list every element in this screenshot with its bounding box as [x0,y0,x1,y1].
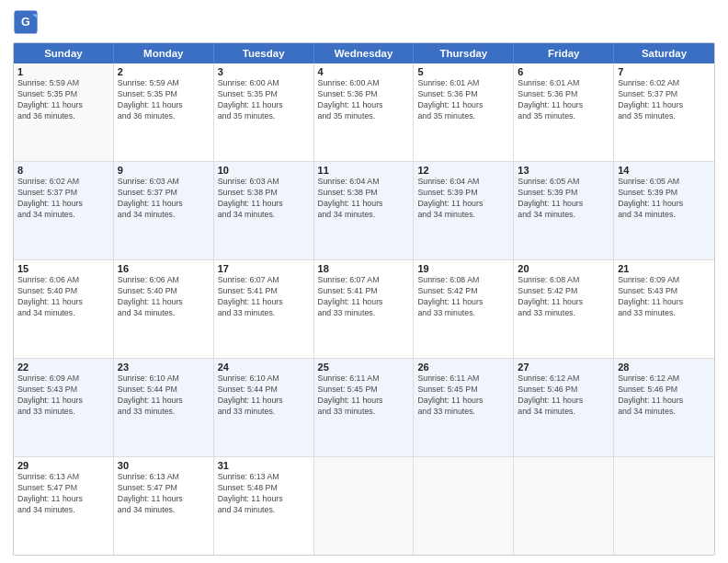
cal-cell: 18Sunrise: 6:07 AM Sunset: 5:41 PM Dayli… [314,260,415,358]
day-info: Sunrise: 6:02 AM Sunset: 5:37 PM Dayligh… [618,78,711,122]
header-day-sunday: Sunday [14,43,114,63]
day-number: 1 [17,66,109,77]
day-info: Sunrise: 6:13 AM Sunset: 5:48 PM Dayligh… [218,472,310,516]
day-number: 11 [318,165,410,176]
day-info: Sunrise: 6:05 AM Sunset: 5:39 PM Dayligh… [618,177,711,221]
day-info: Sunrise: 6:08 AM Sunset: 5:42 PM Dayligh… [417,275,509,319]
day-info: Sunrise: 6:00 AM Sunset: 5:35 PM Dayligh… [218,78,310,122]
cal-cell: 14Sunrise: 6:05 AM Sunset: 5:39 PM Dayli… [614,162,714,259]
cal-cell: 23Sunrise: 6:10 AM Sunset: 5:44 PM Dayli… [114,359,214,456]
cal-row-3: 15Sunrise: 6:06 AM Sunset: 5:40 PM Dayli… [14,260,714,359]
day-info: Sunrise: 6:11 AM Sunset: 5:45 PM Dayligh… [318,373,410,418]
calendar-body: 1Sunrise: 5:59 AM Sunset: 5:35 PM Daylig… [14,63,714,555]
day-number: 23 [118,362,210,373]
day-number: 12 [417,165,509,176]
cal-cell: 5Sunrise: 6:01 AM Sunset: 5:36 PM Daylig… [414,63,514,161]
header-day-saturday: Saturday [614,43,714,63]
cal-cell: 26Sunrise: 6:11 AM Sunset: 5:45 PM Dayli… [414,359,514,456]
day-number: 21 [618,263,711,274]
day-number: 30 [118,460,210,471]
day-info: Sunrise: 6:04 AM Sunset: 5:38 PM Dayligh… [318,177,410,221]
cal-cell: 7Sunrise: 6:02 AM Sunset: 5:37 PM Daylig… [614,63,714,161]
cal-row-4: 22Sunrise: 6:09 AM Sunset: 5:43 PM Dayli… [14,359,714,457]
day-number: 17 [218,263,310,274]
cal-cell: 29Sunrise: 6:13 AM Sunset: 5:47 PM Dayli… [14,457,114,555]
header-day-friday: Friday [514,43,614,63]
cal-cell: 2Sunrise: 5:59 AM Sunset: 5:35 PM Daylig… [114,63,214,161]
cal-cell: 4Sunrise: 6:00 AM Sunset: 5:36 PM Daylig… [314,63,415,161]
cal-row-2: 8Sunrise: 6:02 AM Sunset: 5:37 PM Daylig… [14,162,714,260]
cal-cell: 27Sunrise: 6:12 AM Sunset: 5:46 PM Dayli… [514,359,614,456]
cal-cell: 3Sunrise: 6:00 AM Sunset: 5:35 PM Daylig… [214,63,314,161]
cal-cell: 25Sunrise: 6:11 AM Sunset: 5:45 PM Dayli… [314,359,415,456]
day-number: 10 [218,165,310,176]
day-number: 4 [318,66,410,77]
day-info: Sunrise: 6:12 AM Sunset: 5:46 PM Dayligh… [618,373,711,418]
cal-cell: 31Sunrise: 6:13 AM Sunset: 5:48 PM Dayli… [214,457,314,555]
cal-row-5: 29Sunrise: 6:13 AM Sunset: 5:47 PM Dayli… [14,457,714,555]
calendar: SundayMondayTuesdayWednesdayThursdayFrid… [13,42,715,556]
day-info: Sunrise: 6:03 AM Sunset: 5:37 PM Dayligh… [118,177,210,221]
cal-cell [614,457,714,555]
cal-cell: 20Sunrise: 6:08 AM Sunset: 5:42 PM Dayli… [514,260,614,358]
day-info: Sunrise: 5:59 AM Sunset: 5:35 PM Dayligh… [17,78,109,122]
cal-row-1: 1Sunrise: 5:59 AM Sunset: 5:35 PM Daylig… [14,63,714,162]
day-info: Sunrise: 6:02 AM Sunset: 5:37 PM Dayligh… [17,177,109,221]
calendar-header: SundayMondayTuesdayWednesdayThursdayFrid… [14,43,714,63]
cal-cell: 8Sunrise: 6:02 AM Sunset: 5:37 PM Daylig… [14,162,114,259]
day-number: 9 [118,165,210,176]
logo: G [13,9,40,35]
cal-cell [414,457,514,555]
cal-cell: 24Sunrise: 6:10 AM Sunset: 5:44 PM Dayli… [214,359,314,456]
svg-text:G: G [21,16,30,29]
day-number: 13 [518,165,609,176]
cal-cell [314,457,415,555]
day-info: Sunrise: 6:07 AM Sunset: 5:41 PM Dayligh… [218,275,310,319]
cal-cell: 28Sunrise: 6:12 AM Sunset: 5:46 PM Dayli… [614,359,714,456]
cal-cell: 21Sunrise: 6:09 AM Sunset: 5:43 PM Dayli… [614,260,714,358]
day-info: Sunrise: 6:03 AM Sunset: 5:38 PM Dayligh… [218,177,310,221]
day-number: 19 [417,263,509,274]
cal-cell: 15Sunrise: 6:06 AM Sunset: 5:40 PM Dayli… [14,260,114,358]
day-info: Sunrise: 6:01 AM Sunset: 5:36 PM Dayligh… [518,78,609,122]
day-info: Sunrise: 6:07 AM Sunset: 5:41 PM Dayligh… [318,275,410,319]
cal-cell [514,457,614,555]
cal-cell: 30Sunrise: 6:13 AM Sunset: 5:47 PM Dayli… [114,457,214,555]
header-day-thursday: Thursday [414,43,514,63]
cal-cell: 6Sunrise: 6:01 AM Sunset: 5:36 PM Daylig… [514,63,614,161]
day-info: Sunrise: 6:04 AM Sunset: 5:39 PM Dayligh… [417,177,509,221]
day-number: 14 [618,165,711,176]
day-number: 20 [518,263,609,274]
header-day-wednesday: Wednesday [314,43,415,63]
day-info: Sunrise: 6:13 AM Sunset: 5:47 PM Dayligh… [118,472,210,516]
day-info: Sunrise: 6:08 AM Sunset: 5:42 PM Dayligh… [518,275,609,319]
day-number: 26 [417,362,509,373]
day-number: 5 [417,66,509,77]
day-number: 27 [518,362,609,373]
header: G [13,9,715,35]
day-number: 29 [17,460,109,471]
day-number: 6 [518,66,609,77]
header-day-tuesday: Tuesday [214,43,314,63]
day-info: Sunrise: 6:06 AM Sunset: 5:40 PM Dayligh… [118,275,210,319]
day-number: 31 [218,460,310,471]
cal-cell: 17Sunrise: 6:07 AM Sunset: 5:41 PM Dayli… [214,260,314,358]
day-number: 3 [218,66,310,77]
cal-cell: 1Sunrise: 5:59 AM Sunset: 5:35 PM Daylig… [14,63,114,161]
cal-cell: 9Sunrise: 6:03 AM Sunset: 5:37 PM Daylig… [114,162,214,259]
day-info: Sunrise: 6:10 AM Sunset: 5:44 PM Dayligh… [218,373,310,418]
day-info: Sunrise: 6:11 AM Sunset: 5:45 PM Dayligh… [417,373,509,418]
day-number: 7 [618,66,711,77]
cal-cell: 12Sunrise: 6:04 AM Sunset: 5:39 PM Dayli… [414,162,514,259]
header-day-monday: Monday [114,43,214,63]
day-info: Sunrise: 6:01 AM Sunset: 5:36 PM Dayligh… [417,78,509,122]
logo-icon: G [13,9,39,35]
day-info: Sunrise: 6:05 AM Sunset: 5:39 PM Dayligh… [518,177,609,221]
cal-cell: 16Sunrise: 6:06 AM Sunset: 5:40 PM Dayli… [114,260,214,358]
cal-cell: 13Sunrise: 6:05 AM Sunset: 5:39 PM Dayli… [514,162,614,259]
day-info: Sunrise: 6:12 AM Sunset: 5:46 PM Dayligh… [518,373,609,418]
cal-cell: 22Sunrise: 6:09 AM Sunset: 5:43 PM Dayli… [14,359,114,456]
day-number: 8 [17,165,109,176]
day-info: Sunrise: 6:09 AM Sunset: 5:43 PM Dayligh… [17,373,109,418]
day-number: 25 [318,362,410,373]
